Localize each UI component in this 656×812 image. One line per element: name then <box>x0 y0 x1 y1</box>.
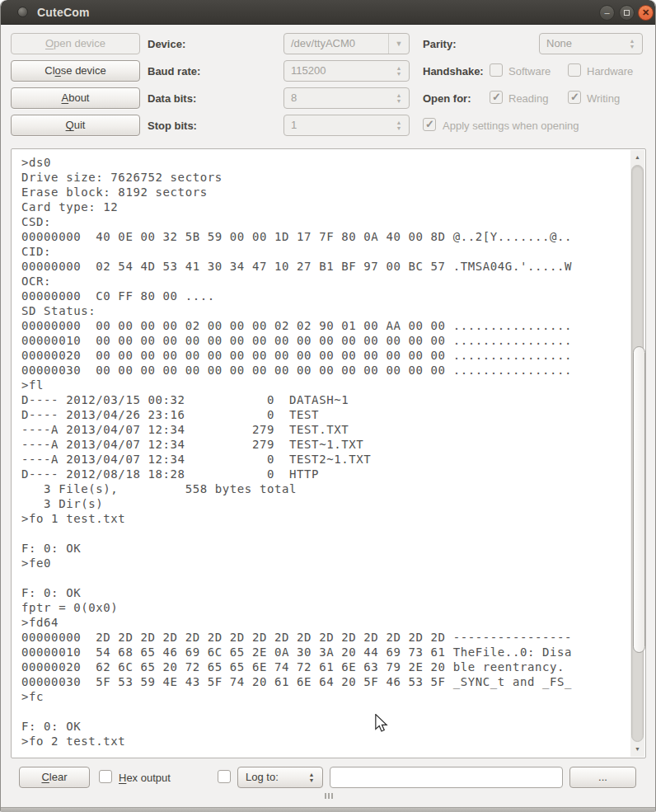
terminal-line: Erase block: 8192 sectors <box>21 185 629 199</box>
terminal-line: >fo 2 test.txt <box>21 734 629 749</box>
terminal-line <box>21 704 629 719</box>
terminal-line: ----A 2013/04/07 12:34 0 TEST2~1.TXT <box>21 452 629 467</box>
minimize-button[interactable]: – <box>599 5 615 21</box>
terminal-line: 00000000 2D 2D 2D 2D 2D 2D 2D 2D 2D 2D 2… <box>21 630 629 645</box>
about-button[interactable]: About <box>11 87 140 109</box>
clear-button[interactable]: Clear <box>19 767 90 788</box>
terminal-line <box>21 526 629 541</box>
close-button[interactable]: ✕ <box>638 5 654 21</box>
spinner-arrows-icon: ▲▼ <box>392 89 405 107</box>
terminal-line: >fc <box>21 689 629 704</box>
terminal-line: ----A 2013/04/07 12:34 279 TEST.TXT <box>21 422 629 437</box>
titlebar[interactable]: CuteCom – ✕ <box>1 0 655 25</box>
terminal-line: 00000030 00 00 00 00 00 00 00 00 00 00 0… <box>21 363 629 378</box>
terminal-line: F: 0: OK <box>21 585 629 600</box>
terminal-line: 00000020 00 00 00 00 00 00 00 00 00 00 0… <box>21 348 629 363</box>
terminal-line: 00000020 62 6C 65 20 72 65 65 6E 74 72 6… <box>21 659 629 674</box>
scroll-up-icon[interactable]: ▲ <box>631 151 644 164</box>
terminal-line: 00000000 40 0E 00 32 5B 59 00 00 1D 17 7… <box>21 229 629 244</box>
terminal-line: >fl <box>21 378 629 392</box>
cutecom-window: CuteCom – ✕ Open device Close device Abo… <box>0 0 656 812</box>
terminal-line: D---- 2012/03/15 00:32 0 DATASH~1 <box>21 392 629 407</box>
terminal-line: Drive size: 7626752 sectors <box>21 170 629 185</box>
hex-output-checkbox[interactable] <box>99 770 112 783</box>
maximize-icon <box>624 10 630 16</box>
terminal-line: 00000030 5F 53 59 4E 43 5F 74 20 61 6E 6… <box>21 674 629 689</box>
terminal-line: 00000000 02 54 4D 53 41 30 34 47 10 27 B… <box>21 259 629 274</box>
terminal-line: 3 File(s), 558 bytes total <box>21 481 629 496</box>
vertical-scrollbar[interactable]: ▲ ▼ <box>630 150 644 757</box>
terminal-line: >fo 1 test.txt <box>21 511 629 526</box>
hex-output-label: Hex output <box>119 772 171 784</box>
terminal-line: Card type: 12 <box>21 199 629 214</box>
scroll-down-icon[interactable]: ▼ <box>631 743 644 756</box>
baud-rate-label: Baud rate: <box>148 65 200 77</box>
device-label: Device: <box>148 38 185 50</box>
terminal-line: 00000010 00 00 00 00 00 00 00 00 00 00 0… <box>21 333 629 348</box>
data-bits-spinbox: 8 ▲▼ <box>283 87 410 109</box>
terminal-line: CSD: <box>21 214 629 229</box>
terminal-line: SD Status: <box>21 303 629 318</box>
stop-bits-label: Stop bits: <box>148 120 197 132</box>
terminal-line <box>21 570 629 585</box>
window-title: CuteCom <box>37 0 90 25</box>
browse-button[interactable]: ... <box>569 767 636 788</box>
software-checkbox-label: Software <box>508 65 551 77</box>
terminal-line: >ds0 <box>21 155 629 170</box>
reading-checkbox <box>490 91 503 104</box>
open-device-button: Open device <box>11 33 140 54</box>
terminal-line: F: 0: OK <box>21 541 629 556</box>
scrollbar-thumb[interactable] <box>633 346 645 653</box>
terminal-line: fptr = 0(0x0) <box>21 600 629 615</box>
terminal-line: CID: <box>21 244 629 259</box>
baud-rate-spinbox: 115200 ▲▼ <box>283 60 410 82</box>
handshake-label: Handshake: <box>423 65 484 77</box>
reading-checkbox-label: Reading <box>508 92 548 105</box>
terminal-line: D---- 2013/04/26 23:16 0 TEST <box>21 407 629 422</box>
terminal-text: >ds0Drive size: 7626752 sectorsErase blo… <box>21 155 629 756</box>
app-icon <box>17 7 28 17</box>
spinner-arrows-icon: ▲▼ <box>306 768 317 786</box>
device-combobox: /dev/ttyACM0 ▼ <box>283 33 410 54</box>
close-device-button[interactable]: Close device <box>11 60 140 82</box>
splitter-grip[interactable] <box>325 793 333 799</box>
terminal-line: D---- 2012/08/18 18:28 0 HTTP <box>21 467 629 481</box>
log-enable-checkbox[interactable] <box>218 770 231 783</box>
spinner-arrows-icon: ▲▼ <box>392 62 405 80</box>
quit-button[interactable]: Quit <box>11 115 140 136</box>
terminal-line: >fd64 <box>21 615 629 630</box>
spinner-arrows-icon: ▲▼ <box>392 116 405 134</box>
hardware-checkbox <box>568 63 581 77</box>
spinner-arrows-icon: ▲▼ <box>626 35 639 53</box>
terminal-line: 00000010 54 68 65 46 69 6C 65 2E 0A 30 3… <box>21 645 629 659</box>
data-bits-label: Data bits: <box>148 92 196 105</box>
terminal-output-area[interactable]: >ds0Drive size: 7626752 sectorsErase blo… <box>11 148 646 758</box>
parity-label: Parity: <box>423 38 456 50</box>
mouse-cursor <box>374 714 388 736</box>
log-file-input[interactable] <box>330 767 563 788</box>
terminal-line: >fe0 <box>21 556 629 570</box>
scrollbar-track[interactable] <box>631 165 644 742</box>
terminal-line: 3 Dir(s) <box>21 496 629 511</box>
terminal-line: F: 0: OK <box>21 719 629 734</box>
software-checkbox <box>490 63 503 77</box>
apply-settings-checkbox <box>423 118 436 131</box>
terminal-line: ----A 2013/04/07 12:34 279 TEST~1.TXT <box>21 437 629 452</box>
maximize-button[interactable] <box>619 5 635 21</box>
terminal-line: 00000000 C0 FF 80 00 .... <box>21 289 629 303</box>
chevron-down-icon: ▼ <box>388 34 409 54</box>
terminal-line: OCR: <box>21 274 629 289</box>
writing-checkbox <box>568 91 581 104</box>
apply-settings-checkbox-label: Apply settings when opening <box>443 120 579 132</box>
log-to-combobox[interactable]: Log to: ▲▼ <box>237 767 323 788</box>
hardware-checkbox-label: Hardware <box>587 65 633 77</box>
stop-bits-spinbox: 1 ▲▼ <box>283 115 410 136</box>
parity-combobox: None ▲▼ <box>539 33 643 54</box>
open-for-label: Open for: <box>423 92 471 105</box>
writing-checkbox-label: Writing <box>587 92 620 105</box>
terminal-line: 00000000 00 00 00 00 02 00 00 00 02 02 9… <box>21 318 629 333</box>
window-bottom-edge <box>1 807 655 812</box>
